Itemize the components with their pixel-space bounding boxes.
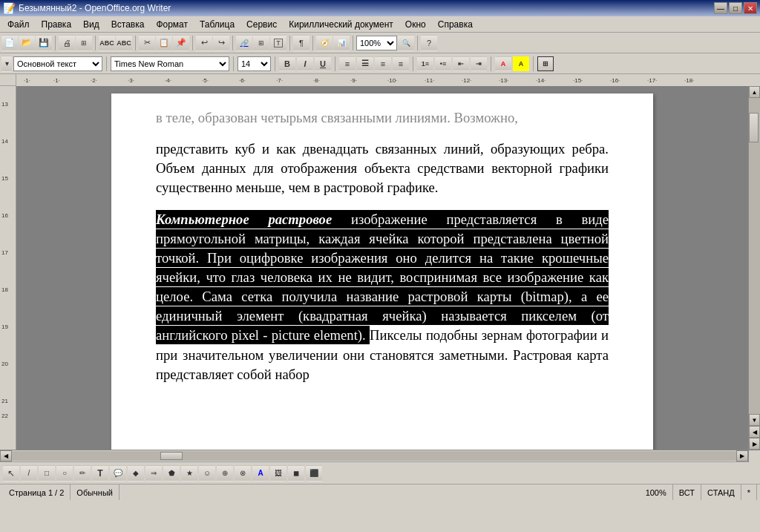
- bullets-button[interactable]: •≡: [435, 56, 451, 71]
- insert-mode: ВСТ: [673, 485, 701, 500]
- ruler-container: ·1· ·1· ·2· ·3· ·4· ·5· ·6· ·7· ·8· ·9· …: [0, 74, 760, 86]
- print-button[interactable]: 🖨: [59, 35, 75, 51]
- menu-help[interactable]: Справка: [432, 18, 479, 31]
- menu-cyrillic[interactable]: Кириллический документ: [283, 18, 399, 31]
- stylist-button[interactable]: 📊: [333, 35, 350, 51]
- menu-table[interactable]: Таблица: [194, 18, 240, 31]
- sep-fmt5: [413, 56, 413, 71]
- stars-tool[interactable]: ★: [181, 465, 197, 482]
- sep2: [95, 36, 96, 50]
- paste-button[interactable]: 📌: [173, 35, 189, 51]
- preview-button[interactable]: ⊞: [76, 35, 92, 51]
- copy-button[interactable]: 📋: [156, 35, 172, 51]
- spellcheck-button[interactable]: ABC: [99, 35, 115, 51]
- point-tool[interactable]: ⊕: [217, 465, 233, 482]
- flowchart-tool[interactable]: ⬟: [163, 465, 180, 482]
- navigator-button[interactable]: 🧭: [316, 35, 332, 51]
- scroll-right-button[interactable]: ▶: [736, 450, 748, 462]
- sep4: [192, 36, 193, 50]
- text-tool[interactable]: T: [92, 465, 108, 482]
- textbox-button[interactable]: T: [270, 35, 286, 51]
- align-right-button[interactable]: ≡: [375, 56, 391, 71]
- ruler-mark: ·4·: [165, 77, 171, 84]
- size-select[interactable]: 14: [238, 56, 271, 71]
- zoom-btn[interactable]: 🔍: [398, 35, 414, 51]
- block-arrows-tool[interactable]: ⇒: [145, 465, 162, 482]
- titlebar-title: 📝 Безымянный2 - OpenOffice.org Writer: [3, 2, 171, 14]
- cut-button[interactable]: ✂: [139, 35, 155, 51]
- nonprint-button[interactable]: ¶: [293, 35, 309, 51]
- sep-fmt4: [335, 56, 335, 71]
- help-button[interactable]: ?: [421, 35, 437, 51]
- new-button[interactable]: 📄: [1, 35, 18, 51]
- scroll-prev-page[interactable]: ◀: [749, 426, 760, 438]
- border-button[interactable]: ⊞: [537, 56, 554, 71]
- scroll-up-button[interactable]: ▲: [749, 86, 760, 98]
- ellipse-tool[interactable]: ○: [56, 465, 73, 482]
- menu-edit[interactable]: Правка: [36, 18, 78, 31]
- scroll-left-button[interactable]: ◀: [0, 450, 12, 462]
- special-chars-tool[interactable]: ☺: [199, 465, 215, 482]
- bold-button[interactable]: B: [279, 56, 295, 71]
- fontwork-tool[interactable]: A: [252, 465, 269, 482]
- basic-shapes-tool[interactable]: ◆: [128, 465, 144, 482]
- scroll-next-page[interactable]: ▶: [749, 438, 760, 450]
- italic-button[interactable]: I: [297, 56, 313, 71]
- scroll-track-horizontal[interactable]: [12, 451, 736, 461]
- menu-window[interactable]: Окно: [399, 18, 432, 31]
- highlight-button[interactable]: A: [513, 56, 529, 71]
- scroll-thumb-vertical[interactable]: [749, 113, 759, 142]
- ruler-mark: ·1·: [24, 77, 30, 84]
- callout-tool[interactable]: 💬: [110, 465, 126, 482]
- menu-tools[interactable]: Сервис: [240, 18, 283, 31]
- menu-file[interactable]: Файл: [1, 18, 36, 31]
- ruler-mark: ·17·: [647, 77, 657, 84]
- numbering-button[interactable]: 1≡: [417, 56, 433, 71]
- rect-tool[interactable]: □: [39, 465, 55, 482]
- hyperlink-button[interactable]: 🔗: [236, 35, 252, 51]
- align-center-button[interactable]: ☰: [357, 56, 373, 71]
- save-button[interactable]: 💾: [36, 35, 52, 51]
- highlighted-text[interactable]: Компьютерное растровое изображение предс…: [156, 210, 609, 345]
- menu-view[interactable]: Вид: [77, 18, 105, 31]
- style-select[interactable]: Основной текст: [13, 56, 102, 71]
- extrusion-tool[interactable]: ⬛: [306, 465, 322, 482]
- ruler-mark: ·18·: [684, 77, 694, 84]
- vertical-scrollbar: ▲ ▼ ◀ ▶: [748, 86, 760, 450]
- open-button[interactable]: 📂: [19, 35, 35, 51]
- maximize-button[interactable]: □: [729, 2, 742, 14]
- freehand-tool[interactable]: ✏: [74, 465, 91, 482]
- ruler-mark: ·3·: [128, 77, 134, 84]
- app-icon: 📝: [3, 2, 16, 14]
- indent-increase-button[interactable]: ⇥: [471, 56, 487, 71]
- shadow-tool[interactable]: ◼: [288, 465, 304, 482]
- align-justify-button[interactable]: ≡: [393, 56, 409, 71]
- autocorrect-button[interactable]: ABC: [116, 35, 132, 51]
- line-tool[interactable]: /: [21, 465, 37, 482]
- table-button[interactable]: ⊞: [253, 35, 269, 51]
- close-button[interactable]: ✕: [744, 2, 757, 14]
- indent-decrease-button[interactable]: ⇤: [453, 56, 469, 71]
- zoom-select[interactable]: 100% 75% 150%: [356, 36, 397, 50]
- underline-button[interactable]: U: [315, 56, 331, 71]
- ruler-mark: ·12·: [462, 77, 471, 84]
- scroll-down-button[interactable]: ▼: [749, 414, 760, 426]
- undo-button[interactable]: ↩: [196, 35, 212, 51]
- sep-fmt6: [491, 56, 491, 71]
- gluepoint-tool[interactable]: ⊗: [235, 465, 251, 482]
- scroll-track-vertical[interactable]: [749, 98, 760, 414]
- font-color-button[interactable]: A: [495, 56, 511, 71]
- menu-insert[interactable]: Вставка: [105, 18, 151, 31]
- from-file-tool[interactable]: 🖼: [270, 465, 286, 482]
- style-arrow[interactable]: ▾: [1, 56, 12, 72]
- minimize-button[interactable]: —: [714, 2, 727, 14]
- menu-format[interactable]: Формат: [150, 18, 194, 31]
- scroll-thumb-horizontal[interactable]: [160, 452, 183, 460]
- select-tool[interactable]: ↖: [3, 465, 19, 482]
- ruler-mark: ·10·: [387, 77, 397, 84]
- align-left-button[interactable]: ≡: [339, 56, 356, 71]
- font-select[interactable]: Times New Roman: [111, 56, 229, 71]
- statusbar: Страница 1 / 2 Обычный 100% ВСТ СТАНД *: [0, 484, 760, 500]
- redo-button[interactable]: ↪: [213, 35, 229, 51]
- formatting-toolbar: ▾ Основной текст Times New Roman 14 B I …: [0, 53, 760, 74]
